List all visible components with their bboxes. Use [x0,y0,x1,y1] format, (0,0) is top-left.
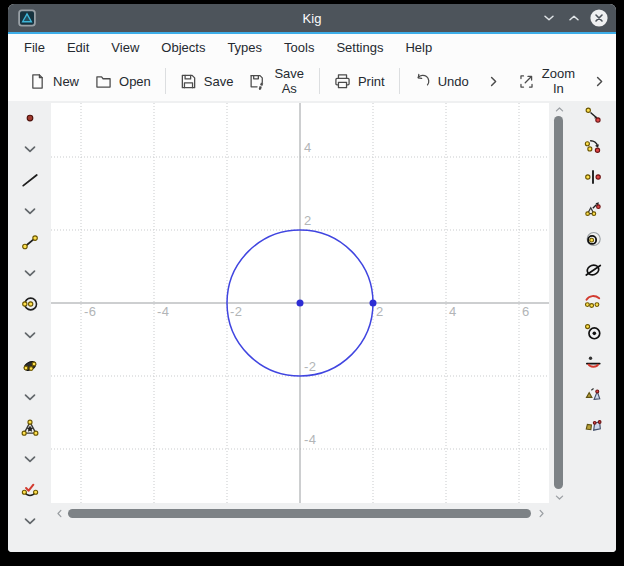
chevron-down-icon [21,264,39,282]
menu-file[interactable]: File [13,34,56,61]
x-tick-label: 4 [449,304,457,319]
kig-window: Kig [8,4,616,552]
menu-types[interactable]: Types [216,34,273,61]
inversion-tool-button[interactable] [581,226,606,251]
polygon-group-expander[interactable] [17,446,42,471]
test-group-expander[interactable] [17,508,42,533]
chevron-down-icon [21,450,39,468]
maximize-button[interactable] [564,8,584,28]
circle-icon [21,295,39,313]
segment-icon [21,233,39,251]
test-tool-button[interactable] [17,477,42,502]
toolbar-separator [165,68,166,94]
line-icon [21,171,39,189]
y-tick-label: 4 [304,140,312,155]
open-button[interactable]: Open [87,67,159,96]
point-object[interactable] [370,300,377,307]
line-inversion-tool-button[interactable] [581,350,606,375]
save-icon [180,73,197,90]
toolbar-separator [319,68,320,94]
new-button[interactable]: New [21,67,87,96]
arc-inversion-tool-button[interactable] [581,288,606,313]
print-icon [334,73,351,90]
toolbar-button-label: Open [119,74,151,89]
minimize-button[interactable] [539,8,559,28]
titlebar[interactable]: Kig [8,4,616,34]
menu-help[interactable]: Help [394,34,443,61]
scroll-up-button[interactable] [552,103,566,115]
chevron-left-icon [54,508,65,519]
menu-view[interactable]: View [100,34,150,61]
menu-settings[interactable]: Settings [325,34,394,61]
chevron-down-icon [21,388,39,406]
vertical-scrollbar-thumb[interactable] [554,116,563,489]
similitude-tool-button[interactable] [581,381,606,406]
chevron-down-icon [541,10,557,26]
geometry-canvas[interactable]: -6-4-224642-2-4 [51,103,549,503]
zoom-in-button[interactable]: Zoom In [510,60,583,102]
projectivity-tool-button[interactable] [581,412,606,437]
test-icon [21,481,39,499]
point-object[interactable] [297,300,304,307]
menu-objects[interactable]: Objects [150,34,216,61]
translate-tool-button[interactable] [581,102,606,127]
undo-history-dropdown[interactable] [477,67,510,96]
close-button[interactable] [589,8,609,28]
circle-tool-button[interactable] [17,291,42,316]
toolbar-button-label: New [53,74,79,89]
arc-inversion-icon [584,292,602,310]
desktop-background: Kig [0,0,624,566]
transformations-toolbar [573,102,613,437]
toolbar-overflow-button[interactable] [583,67,616,96]
scroll-right-button[interactable] [535,506,547,521]
chevron-up-icon [554,104,565,115]
conic-tool-button[interactable] [17,353,42,378]
window-controls [539,4,609,32]
save-button[interactable]: Save [172,67,242,96]
save-as-icon [249,73,266,90]
scroll-left-button[interactable] [53,506,65,521]
window-title: Kig [8,11,616,26]
toolbar-button-label: Zoom In [542,66,575,96]
similitude-icon [584,385,602,403]
print-button[interactable]: Print [326,67,393,96]
y-tick-label: -4 [304,432,317,447]
rotate-tool-button[interactable] [581,133,606,158]
scale-tool-button[interactable] [581,195,606,220]
polygon-tool-button[interactable] [17,415,42,440]
horizontal-scrollbar[interactable] [51,505,549,523]
vertical-scrollbar[interactable] [552,103,566,503]
circle-group-expander[interactable] [17,322,42,347]
point-group-expander[interactable] [17,136,42,161]
circle-inversion-icon [584,323,602,341]
conic-group-expander[interactable] [17,384,42,409]
menu-edit[interactable]: Edit [56,34,100,61]
x-tick-label: -2 [230,304,243,319]
save-as-button[interactable]: Save As [241,60,312,102]
chevron-down-icon [554,492,565,503]
menu-tools[interactable]: Tools [273,34,325,61]
line-group-expander[interactable] [17,198,42,223]
undo-icon [414,73,431,90]
point-tool-button[interactable] [17,105,42,130]
chevron-down-icon [21,202,39,220]
segment-group-expander[interactable] [17,260,42,285]
main-content: -6-4-224642-2-4 [8,101,616,552]
main-toolbar: NewOpenSaveSave AsPrintUndoZoom In [8,61,616,101]
harmonic-homology-tool-button[interactable] [581,257,606,282]
line-tool-button[interactable] [17,167,42,192]
point-reflection-tool-button[interactable] [581,164,606,189]
harmonic-homology-icon [584,261,602,279]
chevron-right-icon [536,508,547,519]
scroll-down-button[interactable] [552,491,566,503]
scale-icon [584,199,602,217]
circle-inversion-tool-button[interactable] [581,319,606,344]
close-circle-icon [589,8,609,28]
polygon-icon [21,419,39,437]
horizontal-scrollbar-thumb[interactable] [68,509,531,518]
undo-button[interactable]: Undo [406,67,477,96]
zoom-in-icon [518,73,535,90]
translate-icon [584,106,602,124]
segment-tool-button[interactable] [17,229,42,254]
x-tick-label: 6 [522,304,530,319]
